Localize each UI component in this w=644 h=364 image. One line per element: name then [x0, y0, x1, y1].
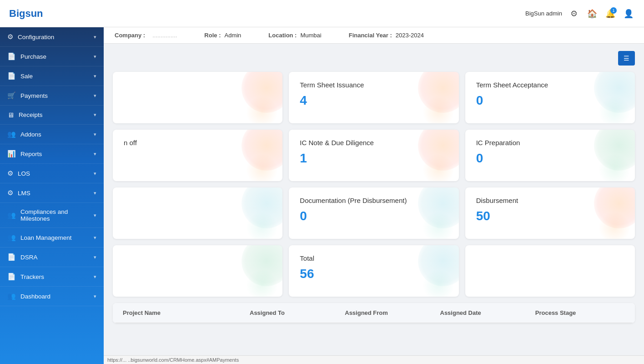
sidebar-item-addons[interactable]: 👥 Addons ▾: [0, 125, 104, 144]
table-header: Project Name Assigned To Assigned From A…: [113, 303, 635, 323]
partial-card-4[interactable]: [113, 245, 282, 297]
sidebar-item-los[interactable]: ⚙ LOS ▾: [0, 164, 104, 183]
company-label: Company :: [115, 32, 145, 39]
chevron-down-icon: ▾: [94, 190, 96, 196]
sidebar-item-payments[interactable]: 🛒 Payments ▾: [0, 86, 104, 106]
sidebar-item-label: Reports: [20, 151, 42, 157]
partial-card-2[interactable]: n off: [113, 130, 282, 181]
url-bar: https://... ..bigsunworld.com/CRMHome.as…: [104, 355, 644, 364]
chevron-down-icon: ▾: [94, 73, 96, 79]
loan-management-icon: 👥: [7, 233, 16, 242]
sidebar-item-trackers[interactable]: 📄 Trackers ▾: [0, 267, 104, 287]
sidebar-item-label: Addons: [20, 131, 41, 138]
stats-row-1: Term Sheet Issuance 4 Term Sheet Accepta…: [113, 72, 635, 123]
reports-icon: 📊: [7, 150, 16, 158]
disbursement-card[interactable]: Disbursement 50: [465, 187, 635, 239]
partial-card-3[interactable]: [113, 187, 282, 239]
home-icon[interactable]: 🏠: [586, 7, 599, 20]
filter-button[interactable]: ☰: [618, 51, 635, 66]
payments-icon: 🛒: [7, 91, 16, 100]
total-title: Total: [300, 254, 448, 262]
col-assigned-to: Assigned To: [247, 308, 342, 318]
compliances-icon: 👥: [7, 211, 16, 219]
sidebar-item-purchase[interactable]: 📄 Purchase ▾: [0, 47, 104, 66]
empty-card: [465, 245, 635, 297]
ic-note-value: 1: [300, 151, 448, 166]
sidebar-item-configuration[interactable]: ⚙ Configuration ▾: [0, 27, 104, 47]
lms-icon: ⚙: [7, 189, 13, 197]
sidebar-item-lms[interactable]: ⚙ LMS ▾: [0, 183, 104, 203]
sidebar-item-label: Trackers: [20, 273, 44, 280]
term-sheet-acceptance-card[interactable]: Term Sheet Acceptance 0: [465, 72, 635, 123]
stats-row-2: n off IC Note & Due Diligence 1: [113, 130, 635, 181]
sidebar-item-label: Sale: [20, 73, 33, 80]
stats-row-3: Documentation (Pre Disbursement) 0 Disbu…: [113, 187, 635, 239]
documentation-value: 0: [300, 209, 448, 223]
chevron-down-icon: ▾: [94, 93, 96, 99]
term-sheet-issuance-value: 4: [300, 93, 448, 108]
role-label: Role :: [204, 32, 221, 39]
location-info: Location : Mumbai: [268, 32, 321, 39]
settings-icon[interactable]: ⚙: [568, 7, 580, 20]
sidebar-item-label: Purchase: [20, 53, 46, 60]
col-assigned-from: Assigned From: [342, 308, 437, 318]
ic-preparation-value: 0: [476, 151, 624, 166]
documentation-title: Documentation (Pre Disbursement): [300, 197, 448, 204]
sidebar-item-label: LMS: [18, 190, 30, 197]
chevron-down-icon: ▾: [94, 34, 96, 40]
ic-preparation-card[interactable]: IC Preparation 0: [465, 130, 635, 181]
filter-bar: ☰: [113, 51, 635, 66]
chevron-down-icon: ▾: [94, 254, 96, 260]
financial-year-label: Financial Year :: [349, 32, 392, 39]
info-bar: Company : ............... Role : Admin L…: [104, 27, 644, 44]
chevron-down-icon: ▾: [94, 212, 96, 218]
sidebar-item-dashboard[interactable]: 👥 Dashboard ▾: [0, 287, 104, 306]
stats-row-4: Total 56: [113, 245, 635, 297]
total-card[interactable]: Total 56: [289, 245, 458, 297]
term-sheet-acceptance-title: Term Sheet Acceptance: [476, 81, 624, 89]
dashboard-icon: 👥: [7, 292, 16, 300]
location-value: Mumbai: [300, 32, 321, 39]
sidebar-item-loan-management[interactable]: 👥 Loan Management ▾: [0, 228, 104, 248]
configuration-icon: ⚙: [7, 33, 13, 41]
chevron-down-icon: ▾: [94, 131, 96, 137]
notification-badge: 1: [610, 7, 617, 14]
sidebar-item-reports[interactable]: 📊 Reports ▾: [0, 144, 104, 164]
chevron-down-icon: ▾: [94, 112, 96, 118]
user-icon[interactable]: 👤: [622, 7, 635, 20]
trackers-icon: 📄: [7, 273, 16, 281]
notification-icon[interactable]: 🔔 1: [604, 7, 617, 20]
sidebar-item-compliances[interactable]: 👥 Compliances and Milestones ▾: [0, 203, 104, 228]
chevron-down-icon: ▾: [94, 274, 96, 280]
term-sheet-issuance-card[interactable]: Term Sheet Issuance 4: [289, 72, 458, 123]
app-logo: Bigsun: [9, 8, 43, 20]
main-layout: ⚙ Configuration ▾ 📄 Purchase ▾ 📄 Sale ▾ …: [0, 27, 644, 364]
location-label: Location :: [268, 32, 297, 39]
disbursement-value: 50: [476, 209, 624, 223]
sidebar-item-label: Dashboard: [20, 293, 50, 300]
sale-icon: 📄: [7, 72, 16, 80]
ic-note-card[interactable]: IC Note & Due Diligence 1: [289, 130, 458, 181]
sidebar-item-sale[interactable]: 📄 Sale ▾: [0, 66, 104, 86]
term-sheet-acceptance-value: 0: [476, 93, 624, 108]
total-value: 56: [300, 267, 448, 281]
chevron-down-icon: ▾: [94, 171, 96, 177]
ic-note-title: IC Note & Due Diligence: [300, 139, 448, 147]
term-sheet-issuance-title: Term Sheet Issuance: [300, 81, 448, 89]
disbursement-title: Disbursement: [476, 197, 624, 204]
user-label: BigSun admin: [525, 10, 562, 17]
content-area: Company : ............... Role : Admin L…: [104, 27, 644, 364]
main-content: ☰ Term Sheet Issuance: [104, 44, 644, 355]
los-icon: ⚙: [7, 169, 13, 177]
documentation-card[interactable]: Documentation (Pre Disbursement) 0: [289, 187, 458, 239]
sidebar-item-label: LOS: [18, 170, 30, 177]
partial-card-1[interactable]: [113, 72, 282, 123]
sidebar-item-dsra[interactable]: 📄 DSRA ▾: [0, 248, 104, 267]
partial-card-2-label: n off: [124, 139, 272, 147]
col-assigned-date: Assigned Date: [438, 308, 533, 318]
col-process-stage: Process Stage: [533, 308, 628, 318]
chevron-down-icon: ▾: [94, 293, 96, 299]
financial-year-value: 2023-2024: [396, 32, 424, 39]
sidebar-item-receipts[interactable]: 🖥 Receipts ▾: [0, 106, 104, 125]
sidebar-item-label: Payments: [20, 92, 48, 99]
